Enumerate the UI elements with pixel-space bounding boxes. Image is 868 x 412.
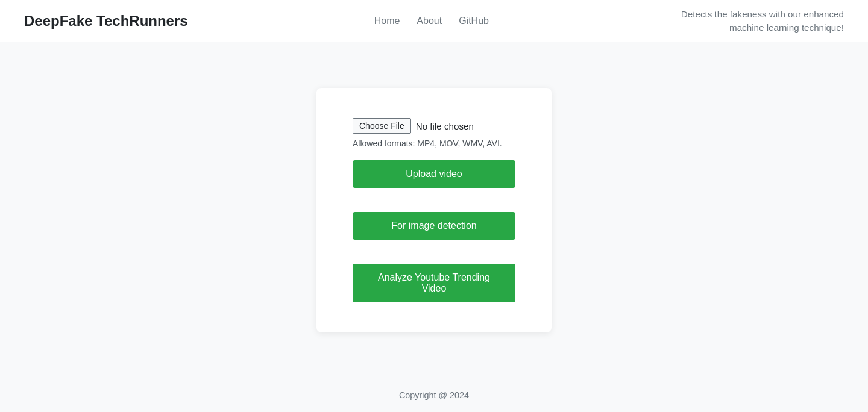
image-detection-button[interactable]: For image detection xyxy=(353,212,515,240)
brand-logo[interactable]: DeepFake TechRunners xyxy=(24,13,188,30)
navbar: DeepFake TechRunners Home About GitHub D… xyxy=(0,0,868,42)
header-tagline: Detects the fakeness with our enhanced m… xyxy=(675,8,844,34)
file-input-row: Choose File No file chosen xyxy=(353,118,515,134)
main-content: Choose File No file chosen Allowed forma… xyxy=(0,42,868,378)
upload-card: Choose File No file chosen Allowed forma… xyxy=(316,88,552,332)
youtube-trending-button[interactable]: Analyze Youtube Trending Video xyxy=(353,264,515,302)
upload-video-button[interactable]: Upload video xyxy=(353,160,515,188)
footer: Copyright @ 2024 xyxy=(0,378,868,412)
nav-github[interactable]: GitHub xyxy=(459,16,489,27)
nav-links: Home About GitHub xyxy=(374,16,489,27)
allowed-formats-text: Allowed formats: MP4, MOV, WMV, AVI. xyxy=(353,139,515,148)
choose-file-button[interactable]: Choose File xyxy=(353,118,411,134)
spacer-2 xyxy=(353,240,515,264)
nav-home[interactable]: Home xyxy=(374,16,400,27)
spacer-1 xyxy=(353,188,515,212)
copyright-text: Copyright @ 2024 xyxy=(399,390,469,400)
nav-about[interactable]: About xyxy=(417,16,442,27)
file-name-label: No file chosen xyxy=(416,121,474,131)
